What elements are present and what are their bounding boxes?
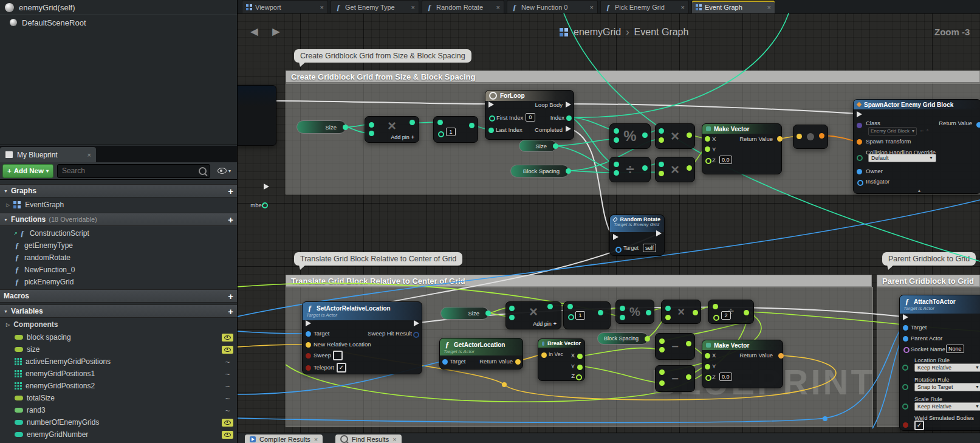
float-pin[interactable] <box>686 341 691 346</box>
literal-input[interactable]: 2 <box>721 311 731 320</box>
eye-hidden-icon[interactable]: ~ <box>222 369 233 379</box>
enum-pin[interactable] <box>902 384 908 390</box>
float-pin[interactable] <box>576 374 582 380</box>
node-set-actor-relative-location[interactable]: ƒSetActorRelativeLocation Target is Acto… <box>302 301 422 374</box>
close-icon[interactable]: × <box>314 436 318 443</box>
sidebar-item-getenemytype[interactable]: ƒ getEnemyType <box>0 239 237 252</box>
node-partial-left[interactable]: mber <box>236 85 276 146</box>
eye-visible-icon[interactable] <box>222 419 233 427</box>
sidebar-item-pickenemygrid[interactable]: ƒ pickEnemyGrid <box>0 276 237 288</box>
float-pin[interactable] <box>659 338 665 344</box>
float-pin[interactable] <box>713 315 719 321</box>
variable-getter-size[interactable]: Size <box>296 120 346 134</box>
eye-hidden-icon[interactable]: ~ <box>222 394 233 403</box>
float-pin[interactable] <box>713 304 718 309</box>
variable-row-enemygridnumber[interactable]: enemyGridNumber <box>0 428 237 441</box>
expand-arrow-icon[interactable]: ▷ <box>6 322 10 328</box>
node-get-actor-location[interactable]: ƒGetActorLocation Target is Actor Target… <box>439 338 523 369</box>
int-pin[interactable] <box>547 304 553 309</box>
node-multiply[interactable]: × Add pin+ <box>365 116 419 143</box>
exec-out-pin[interactable] <box>414 320 419 326</box>
eye-hidden-icon[interactable]: ~ <box>222 357 233 366</box>
node-break-vector[interactable]: Break Vector In Vec X Y Z <box>538 338 585 381</box>
int-pin[interactable] <box>409 120 415 125</box>
close-icon[interactable]: × <box>320 4 324 11</box>
float-pin[interactable] <box>744 310 749 315</box>
object-pin[interactable] <box>442 359 448 365</box>
eye-visible-icon[interactable] <box>222 346 233 354</box>
int-pin[interactable] <box>488 128 494 133</box>
close-icon[interactable]: × <box>392 436 396 443</box>
float-pin[interactable] <box>705 353 710 359</box>
teleport-checkbox[interactable]: ✓ <box>337 363 346 373</box>
int-pin[interactable] <box>614 128 619 134</box>
float-pin[interactable] <box>705 375 711 381</box>
int-pin[interactable] <box>568 314 574 320</box>
literal-input[interactable]: 1 <box>575 311 585 320</box>
node-multiply[interactable]: × <box>655 123 695 149</box>
float-pin[interactable] <box>659 347 665 352</box>
bool-pin[interactable] <box>306 365 311 371</box>
int-pin[interactable] <box>369 131 374 136</box>
int-pin[interactable] <box>566 168 571 174</box>
close-icon[interactable]: × <box>411 4 415 11</box>
tab-get-enemy-type[interactable]: ƒ Get Enemy Type × <box>331 0 419 13</box>
object-pin[interactable] <box>903 325 908 331</box>
scale-rule-dropdown[interactable]: Keep Relative▼ <box>914 402 980 411</box>
tab-new-function-0[interactable]: ƒ New Function 0 × <box>507 0 598 13</box>
vector-pin[interactable] <box>778 353 784 359</box>
class-pin[interactable] <box>857 123 862 128</box>
add-pin-button[interactable]: Add pin+ <box>391 134 414 140</box>
float-pin[interactable] <box>659 137 664 143</box>
breadcrumb-current[interactable]: Event Graph <box>634 27 689 38</box>
object-pin[interactable] <box>903 336 908 342</box>
bool-pin[interactable] <box>306 353 311 359</box>
tab-find-results[interactable]: Find Results × <box>335 434 402 443</box>
literal-input[interactable]: 0.0 <box>719 373 732 381</box>
close-icon[interactable]: × <box>496 4 500 11</box>
vector-pin[interactable] <box>797 134 802 139</box>
int-pin[interactable] <box>598 310 603 315</box>
eye-visible-icon[interactable] <box>222 334 233 342</box>
int-pin[interactable] <box>343 125 348 130</box>
exec-out-pin[interactable] <box>566 101 571 108</box>
node-conversion[interactable] <box>793 125 828 149</box>
node-modulo[interactable]: % <box>609 123 651 149</box>
node-modulo[interactable]: % <box>615 300 654 324</box>
float-pin[interactable] <box>659 380 665 386</box>
eye-hidden-icon[interactable]: ~ <box>222 382 233 391</box>
int-pin[interactable] <box>659 128 664 134</box>
comment-header-parent[interactable]: Parent Gridblock to Grid <box>877 275 980 287</box>
exec-in-pin[interactable] <box>488 101 494 108</box>
add-graph-button[interactable]: + <box>228 186 233 196</box>
add-variable-button[interactable]: + <box>228 306 233 317</box>
int-pin[interactable] <box>553 143 558 149</box>
int-pin[interactable] <box>642 132 648 138</box>
int-pin[interactable] <box>485 311 491 316</box>
tab-compiler-results[interactable]: Compiler Results × <box>245 434 323 443</box>
variable-row-enemygridpositions1[interactable]: enemyGridPositions1 ~ <box>0 368 237 380</box>
component-child-row[interactable]: DefaultSceneRoot <box>0 16 247 29</box>
exec-out-pin[interactable] <box>566 126 571 132</box>
add-macro-button[interactable]: + <box>228 291 233 301</box>
float-pin[interactable] <box>686 374 691 380</box>
variable-row-rand3[interactable]: rand3 ~ <box>0 404 237 416</box>
float-pin[interactable] <box>577 365 583 370</box>
int-pin[interactable] <box>646 310 651 315</box>
transform-pin[interactable] <box>819 133 824 139</box>
visibility-filter-button[interactable]: ▾ <box>214 165 235 177</box>
int-pin[interactable] <box>620 306 625 311</box>
int-pin[interactable] <box>509 306 515 311</box>
int-pin[interactable] <box>567 304 573 309</box>
node-multiply[interactable]: × <box>655 157 695 182</box>
node-make-vector[interactable]: Make Vector X Y Z 0.0 Return Value <box>702 340 783 388</box>
vector-pin[interactable] <box>777 136 783 142</box>
section-macros[interactable]: Macros + <box>0 289 237 303</box>
int-pin[interactable] <box>438 131 444 137</box>
object-pin[interactable] <box>976 122 980 128</box>
sidebar-item-constructionscript[interactable]: ↗ ƒ ConstructionScript <box>0 227 237 239</box>
exec-out-pin[interactable] <box>264 184 269 190</box>
int-pin[interactable] <box>469 123 475 128</box>
literal-input[interactable]: 1 <box>446 128 456 136</box>
literal-input[interactable]: self <box>643 244 656 252</box>
